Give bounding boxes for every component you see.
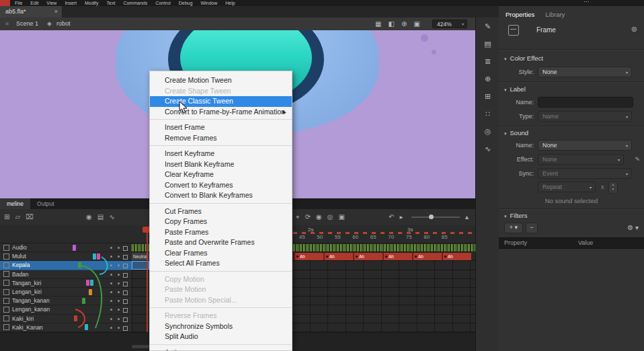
context-menu-item[interactable]: Paste Motion Special... ▶ (150, 295, 292, 309)
menubar-item[interactable]: Commands (123, 0, 147, 6)
toolbar-icon[interactable]: ⌖ (296, 209, 300, 225)
mouth-frame-segment[interactable]: Ah (412, 253, 442, 260)
panel-options-icon[interactable]: ⊚ (631, 25, 637, 34)
toolbar-icon[interactable]: ◎ (327, 209, 333, 225)
timeline-tab[interactable]: Output (30, 198, 61, 209)
context-menu-item[interactable]: Paste Motion ▶ (150, 284, 292, 295)
layer-lock-dot[interactable] (118, 247, 120, 249)
section-label[interactable]: ▾Label (504, 85, 526, 93)
edit-bar-icon[interactable]: ◧ (388, 17, 394, 30)
layer-lock-dot[interactable] (118, 264, 120, 266)
layer-lock-dot[interactable] (118, 291, 120, 293)
menubar-overflow-icon[interactable]: ⋯ (583, 0, 589, 5)
menubar-item[interactable]: Text (107, 0, 116, 6)
layer-outline-color[interactable] (123, 255, 128, 260)
layer-outline-color[interactable] (123, 282, 128, 286)
toolbar-icon[interactable]: ⊞ (4, 209, 9, 225)
layer-row[interactable]: Audio (0, 243, 132, 252)
layer-row[interactable]: Lengan_kanan (0, 305, 132, 314)
context-menu-item[interactable]: Synchronize Symbols ▶ (150, 321, 292, 332)
dock-panel-icon[interactable]: ∷ (476, 105, 499, 122)
context-menu-item[interactable]: Create Classic Tween ▶ (150, 96, 292, 107)
context-menu-item[interactable]: Split Audio ▶ (150, 332, 292, 345)
layer-outline-color[interactable] (123, 326, 128, 331)
context-menu-item[interactable]: Paste Frames ▶ (150, 227, 292, 238)
toolbar-icon[interactable]: ▣ (339, 209, 345, 225)
add-filter-button[interactable]: + ▾ (504, 223, 523, 233)
mouth-frame-segment[interactable]: Ah (294, 253, 323, 260)
mouth-frame-segment[interactable]: Ah (323, 253, 353, 260)
dock-panel-icon[interactable]: ◎ (476, 122, 499, 140)
toolbar-icon[interactable]: ▸ (399, 209, 403, 225)
toolbar-icon[interactable]: ◉ (86, 209, 92, 225)
context-menu-item[interactable]: Remove Frames ▶ (150, 133, 292, 147)
layer-row[interactable]: Tangan_kiri (0, 279, 132, 288)
edit-effect-icon[interactable]: ✎ (635, 154, 640, 165)
layer-visibility-dot[interactable] (110, 282, 112, 284)
menubar-item[interactable]: File (15, 0, 22, 6)
layer-outline-color[interactable] (123, 317, 128, 322)
context-menu-item[interactable]: Select All Frames ▶ (150, 258, 292, 272)
context-menu-item[interactable]: Create Motion Tween ▶ (150, 75, 292, 86)
layer-row[interactable]: Badan (0, 270, 132, 279)
edit-bar-icon[interactable]: ▦ (375, 17, 381, 30)
layer-visibility-dot[interactable] (110, 291, 112, 293)
menubar-item[interactable]: Edit (30, 0, 38, 6)
dock-panel-icon[interactable]: ∿ (476, 140, 499, 157)
dock-panel-icon[interactable]: ≣ (476, 52, 499, 70)
context-menu-item[interactable]: Clear Frames ▶ (150, 248, 292, 259)
context-menu-item[interactable]: Paste and Overwrite Frames ▶ (150, 237, 292, 248)
layer-outline-color[interactable] (123, 290, 128, 295)
context-menu-item[interactable]: Cut Frames ▶ (150, 206, 292, 217)
context-menu-item[interactable]: Actions ▶ (150, 348, 292, 351)
toolbar-icon[interactable]: ▤ (97, 209, 104, 225)
layer-visibility-dot[interactable] (110, 274, 112, 276)
context-menu-item[interactable]: Copy Motion ▶ (150, 274, 292, 285)
toolbar-icon[interactable]: ⟳ (305, 209, 311, 225)
layer-visibility-dot[interactable] (110, 309, 112, 311)
panel-tab[interactable]: Properties (506, 10, 534, 20)
layer-row[interactable]: Kaki_Kanan (0, 323, 132, 332)
layer-outline-color[interactable] (123, 273, 128, 278)
context-menu-item[interactable]: Create Shape Tween ▶ (150, 86, 292, 97)
style-select[interactable]: None ▾ (538, 67, 632, 77)
layer-visibility-dot[interactable] (110, 247, 112, 249)
menubar-item[interactable]: View (46, 0, 56, 6)
edit-bar-icon[interactable]: ⊕ (401, 17, 407, 30)
remove-filter-button[interactable]: − (526, 223, 538, 233)
slider-knob[interactable] (429, 214, 434, 219)
mouth-frame-segment[interactable]: Ah (383, 253, 412, 260)
layer-lock-dot[interactable] (118, 256, 120, 258)
dock-panel-icon[interactable]: ▤ (476, 35, 499, 52)
layer-outline-color[interactable] (123, 246, 128, 251)
context-menu-item[interactable]: Insert Keyframe ▶ (150, 149, 292, 159)
layer-visibility-dot[interactable] (110, 300, 112, 302)
zoom-fit-icon[interactable]: ▲ (464, 209, 470, 225)
layer-row[interactable]: Lengan_kiri (0, 288, 132, 297)
layer-row[interactable]: Tangan_kanan (0, 297, 132, 305)
layer-row[interactable]: Kepala (0, 261, 132, 270)
toolbar-icon[interactable]: ↶ (389, 209, 394, 225)
layer-outline-color[interactable] (123, 299, 128, 304)
layer-visibility-dot[interactable] (110, 264, 112, 266)
mouth-frame-segment[interactable]: Ah (353, 253, 383, 260)
context-menu-item[interactable]: Copy Frames ▶ (150, 217, 292, 227)
context-menu-item[interactable]: Convert to Blank Keyframes ▶ (150, 190, 292, 204)
menubar-item[interactable]: Help (225, 0, 235, 6)
context-menu-item[interactable]: Insert Frame ▶ (150, 122, 292, 133)
zoom-select[interactable]: 424% ▾ (432, 20, 467, 28)
context-menu-item[interactable]: Reverse Frames ▶ (150, 311, 292, 321)
layer-row[interactable]: Kaki_kiri (0, 315, 132, 323)
dock-panel-icon[interactable]: ✎ (476, 17, 499, 35)
menubar-item[interactable]: Control (155, 0, 171, 6)
toolbar-icon[interactable]: ⌧ (26, 209, 34, 225)
timeline-tab[interactable]: meline (0, 198, 30, 209)
layer-outline-color[interactable] (123, 264, 128, 268)
layer-visibility-dot[interactable] (110, 318, 112, 320)
layer-lock-dot[interactable] (118, 327, 120, 329)
context-menu-item[interactable]: Clear Keyframe ▶ (150, 169, 292, 180)
layer-lock-dot[interactable] (118, 274, 120, 276)
layer-lock-dot[interactable] (118, 282, 120, 284)
context-menu-item[interactable]: Insert Blank Keyframe ▶ (150, 159, 292, 170)
toolbar-icon[interactable]: ∿ (109, 209, 114, 225)
